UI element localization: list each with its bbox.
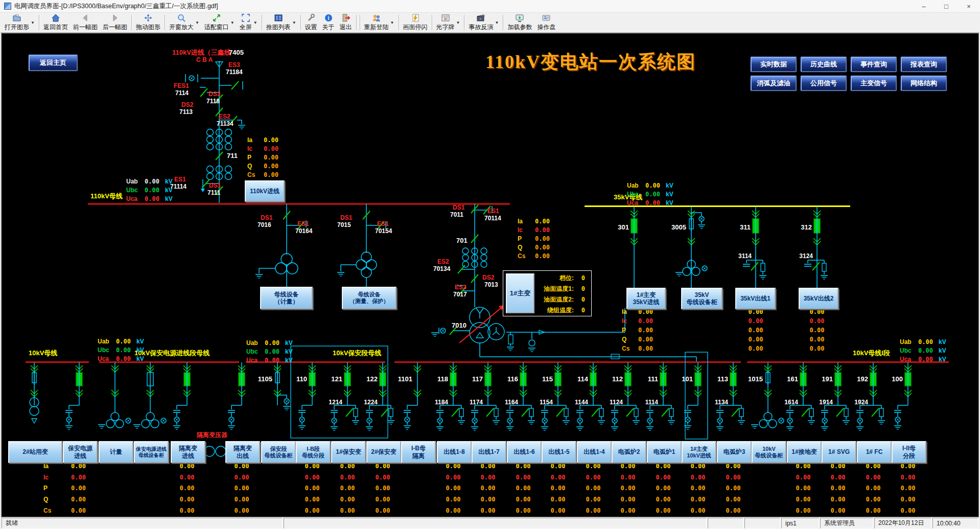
dropdown-arrow-icon[interactable]: ▼: [456, 20, 460, 25]
quick-button-1-3[interactable]: 网络结构: [901, 76, 947, 91]
meas-value: 0.00: [685, 508, 711, 514]
device-box-30[interactable]: 1# FC: [857, 441, 892, 463]
status-bar: 就绪 ips1 系统管理员 2022年10月12日 10:00:40: [0, 517, 980, 529]
quick-button-0-0[interactable]: 实时数据: [751, 57, 797, 72]
device-box-13[interactable]: 保安段母线设备柜: [261, 441, 296, 463]
toolbar-replay-button[interactable]: 事故反演▼: [466, 13, 501, 32]
device-box-19[interactable]: 出线1-7: [472, 441, 506, 463]
toolbar-pan-button[interactable]: 拖动图形: [133, 13, 163, 32]
device-box-label: 母线设备柜: [138, 452, 164, 458]
exit-icon: [341, 13, 351, 22]
toolbar-home-button[interactable]: 返回首页: [41, 13, 71, 32]
toolbar-label: 后一幅图: [103, 23, 127, 32]
dropdown-arrow-icon[interactable]: ▼: [390, 20, 394, 25]
device-box-29[interactable]: 1# SVG: [822, 441, 856, 463]
device-box-31[interactable]: I-II母分段: [892, 441, 926, 463]
toolbar-exit-button[interactable]: 退出: [337, 13, 355, 32]
meas-value: 0.00: [615, 474, 641, 481]
device-box-14[interactable]: I-B段母线分段: [296, 441, 331, 463]
diagram-label: 10kV母线: [29, 350, 57, 357]
device-box-12[interactable]: 隔离变出线: [225, 441, 260, 463]
device-box-2[interactable]: 母线设备（测量、保护）: [342, 287, 396, 309]
toolbar-open-graphic-button[interactable]: 打开图形▼: [2, 13, 37, 32]
meas-value: 0.00: [440, 508, 466, 514]
device-box-27[interactable]: 10kV母线设备柜: [752, 441, 786, 463]
toolbar-graph-list-button[interactable]: 推图列表▼: [264, 13, 299, 32]
meas-value: 0.00: [335, 463, 360, 470]
feeder-number: 114: [566, 376, 588, 383]
meas-value: 0.00: [790, 474, 816, 481]
device-box-16[interactable]: 2#保安变: [366, 441, 401, 463]
quick-button-0-3[interactable]: 报表查询: [901, 57, 947, 72]
device-box-25[interactable]: 1#主变10kV进线: [682, 441, 716, 463]
diagram-label: ES3: [455, 284, 466, 291]
voltage-label: Uca: [246, 357, 258, 364]
window-titlebar: 电网调度员界面-[D:/IPS3000/BaseEnv/graph0/三鑫重工/…: [0, 0, 980, 13]
device-box-0[interactable]: 110kV进线: [245, 180, 285, 202]
quick-button-1-1[interactable]: 公用信号: [801, 76, 847, 91]
main-transformer-button[interactable]: 1#主变: [506, 273, 534, 313]
toolbar-annunciator-button[interactable]: 光字牌▼: [434, 13, 463, 32]
quick-button-0-2[interactable]: 事件查询: [851, 57, 897, 72]
device-box-7[interactable]: 2#站用变: [8, 441, 62, 463]
device-box-9[interactable]: 计量: [99, 441, 133, 463]
device-box-22[interactable]: 出线1-4: [577, 441, 612, 463]
toolbar-settings-button[interactable]: 设置: [302, 13, 320, 32]
meas-value: 0.00: [580, 463, 606, 470]
maximize-button[interactable]: □: [935, 0, 958, 12]
device-box-4[interactable]: 35kV母线设备柜: [681, 288, 722, 309]
toolbar-next-graph-button[interactable]: 后一幅图: [100, 13, 130, 32]
toolbar-separator: [165, 15, 165, 30]
device-box-20[interactable]: 出线1-6: [507, 441, 542, 463]
meas-value: 0.00: [370, 485, 395, 492]
toolbar-stop-flash-button[interactable]: 画面停闪: [401, 13, 430, 32]
device-box-10[interactable]: 保安电源进线母线设备柜: [134, 441, 169, 463]
device-box-17[interactable]: I-B母隔离: [401, 441, 436, 463]
status-spacer: [284, 518, 707, 528]
back-home-button[interactable]: 返回主页: [29, 55, 78, 71]
device-box-24[interactable]: 电弧炉1: [647, 441, 682, 463]
device-box-label: 母线分段: [302, 452, 324, 459]
dropdown-arrow-icon[interactable]: ▼: [495, 20, 499, 25]
device-box-21[interactable]: 出线1-5: [542, 441, 576, 463]
close-button[interactable]: ×: [958, 0, 980, 12]
dropdown-arrow-icon[interactable]: ▼: [292, 20, 296, 25]
meas-value: 0.00: [650, 474, 676, 481]
quick-button-1-2[interactable]: 主变信号: [851, 76, 897, 91]
device-box-1[interactable]: 母线设备（计量）: [260, 287, 313, 309]
toolbar-load-params-button[interactable]: 加载参数: [505, 13, 534, 32]
toolbar-zoom-window-button[interactable]: 开窗放大▼: [167, 13, 202, 32]
dropdown-arrow-icon[interactable]: ▼: [253, 20, 258, 25]
device-box-8[interactable]: 保安电源进线: [63, 441, 98, 463]
device-box-3[interactable]: 1#主变35kV进线: [626, 288, 666, 309]
device-box-11[interactable]: 隔离变进线: [171, 441, 205, 463]
voltage-unit: kV: [136, 347, 144, 354]
device-box-28[interactable]: 1#接地变: [787, 441, 822, 463]
toolbar-fit-window-button[interactable]: 适配窗口▼: [202, 13, 237, 32]
voltage-unit: kV: [666, 182, 673, 189]
toolbar-prev-graph-button[interactable]: 前一幅图: [71, 13, 100, 32]
voltage-unit: kV: [939, 356, 946, 363]
device-box-label: 保安电源进线: [136, 446, 167, 452]
meas-value: 0.00: [804, 346, 830, 352]
quick-button-1-0[interactable]: 消弧及滤油: [751, 76, 797, 91]
voltage-value: 0.00: [918, 356, 933, 363]
dropdown-arrow-icon[interactable]: ▼: [195, 20, 199, 25]
dropdown-arrow-icon[interactable]: ▼: [230, 20, 235, 25]
diagram-label: 70114: [484, 215, 501, 222]
minimize-button[interactable]: –: [913, 0, 935, 12]
device-box-18[interactable]: 出线1-8: [437, 441, 472, 463]
toolbar-about-button[interactable]: i关于: [320, 13, 337, 32]
dropdown-arrow-icon[interactable]: ▼: [31, 20, 35, 25]
device-box-label: 35kV出线1: [740, 295, 771, 302]
device-box-5[interactable]: 35kV出线1: [735, 288, 776, 309]
device-box-6[interactable]: 35kV出线2: [799, 288, 838, 309]
device-box-15[interactable]: 1#保安变: [331, 441, 366, 463]
meas-value: 0.00: [790, 463, 816, 470]
quick-button-0-1[interactable]: 历史曲线: [801, 57, 847, 72]
toolbar-fullscreen-button[interactable]: 全屏▼: [237, 13, 260, 32]
toolbar-op-panel-button[interactable]: 操作盘: [534, 13, 558, 32]
device-box-23[interactable]: 电弧炉2: [612, 441, 646, 463]
device-box-26[interactable]: 电弧炉3: [717, 441, 752, 463]
toolbar-relogin-button[interactable]: 重新登陆▼: [362, 13, 397, 32]
